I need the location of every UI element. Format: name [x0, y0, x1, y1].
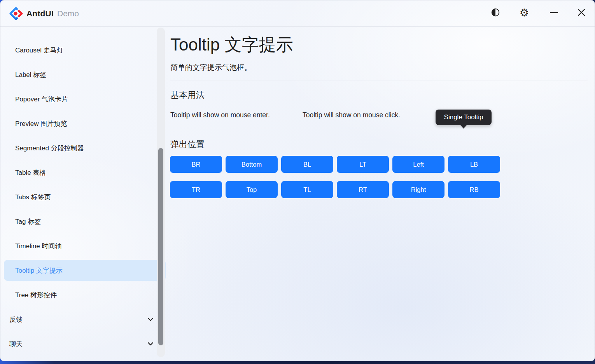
- sidebar-item-label: Tag 标签: [4, 217, 41, 226]
- tooltip-click-trigger-text[interactable]: Tooltip will show on mouse click.: [303, 111, 400, 119]
- sidebar-item-label: Preview 图片预览: [4, 119, 67, 128]
- position-button-lt[interactable]: LT: [337, 156, 389, 173]
- tooltip-text: Single Tooltip: [444, 113, 483, 121]
- sidebar-item-label: Carousel 走马灯: [4, 46, 63, 55]
- gear-icon: ⚙: [520, 7, 529, 18]
- sidebar-item-tree[interactable]: Tree 树形控件: [4, 284, 166, 305]
- app-title: AntdUI: [26, 9, 54, 18]
- sidebar-item-segmented[interactable]: Segmented 分段控制器: [4, 138, 166, 158]
- section-heading-basic-usage: 基本用法: [170, 89, 205, 101]
- position-button-rt[interactable]: RT: [337, 181, 389, 198]
- sidebar-group-feedback[interactable]: 反馈: [4, 309, 166, 330]
- sidebar-item-table[interactable]: Table 表格: [4, 162, 166, 183]
- theme-toggle-button[interactable]: [488, 5, 503, 20]
- main-content: Tooltip 文字提示 简单的文字提示气泡框。 基本用法 Tooltip wi…: [170, 27, 595, 361]
- position-button-br[interactable]: BR: [170, 156, 222, 173]
- position-button-tl[interactable]: TL: [281, 181, 333, 198]
- app-title-suffix: Demo: [57, 9, 79, 18]
- header-divider: [170, 80, 588, 80]
- sidebar-item-label: Tree 树形控件: [4, 291, 57, 300]
- sidebar-item-tag[interactable]: Tag 标签: [4, 211, 166, 232]
- position-button-rb[interactable]: RB: [448, 181, 500, 198]
- sidebar-item-label: Tabs 标签页: [4, 193, 51, 202]
- sidebar-item-label: Label 标签: [4, 70, 46, 79]
- sidebar-item-tabs[interactable]: Tabs 标签页: [4, 186, 166, 207]
- close-icon: [577, 8, 586, 17]
- single-tooltip-popup: Single Tooltip: [436, 110, 492, 125]
- sidebar-item-carousel[interactable]: Carousel 走马灯: [4, 40, 166, 61]
- titlebar: AntdUI Demo ⚙: [0, 0, 595, 27]
- sidebar-item-label[interactable]: Label 标签: [4, 64, 166, 85]
- sidebar-item-label: Segmented 分段控制器: [4, 144, 84, 153]
- sidebar-group-label: 聊天: [4, 340, 23, 348]
- page-subtitle: 简单的文字提示气泡框。: [170, 63, 252, 73]
- position-button-bottom[interactable]: Bottom: [226, 156, 278, 173]
- position-button-lb[interactable]: LB: [448, 156, 500, 173]
- sidebar-item-preview[interactable]: Preview 图片预览: [4, 113, 166, 134]
- chevron-down-icon: [146, 315, 155, 324]
- tooltip-arrow: [460, 125, 467, 129]
- minimize-icon: [550, 12, 558, 13]
- position-button-right[interactable]: Right: [392, 181, 444, 198]
- sidebar-item-tooltip[interactable]: Tooltip 文字提示: [4, 260, 166, 281]
- settings-button[interactable]: ⚙: [517, 5, 532, 20]
- minimize-button[interactable]: [546, 5, 561, 20]
- sidebar-item-timeline[interactable]: Timeline 时间轴: [4, 235, 166, 256]
- sidebar-item-popover[interactable]: Popover 气泡卡片: [4, 89, 166, 110]
- sidebar-group-chat[interactable]: 聊天: [4, 333, 166, 354]
- sidebar-item-label: Popover 气泡卡片: [4, 95, 68, 104]
- antdui-logo-icon: [9, 6, 23, 21]
- position-button-tr[interactable]: TR: [170, 181, 222, 198]
- sidebar-item-label: Tooltip 文字提示: [4, 266, 63, 275]
- section-heading-positions: 弹出位置: [170, 139, 205, 150]
- page-title: Tooltip 文字提示: [170, 33, 293, 56]
- tooltip-hover-trigger-text[interactable]: Tooltip will show on mouse enter.: [170, 111, 270, 119]
- app-window: AntdUI Demo ⚙ Carousel 走马灯 Label 标签 Popo…: [0, 0, 595, 361]
- position-button-left[interactable]: Left: [392, 156, 444, 173]
- theme-half-circle-icon: [491, 8, 500, 17]
- sidebar-item-label: Table 表格: [4, 168, 46, 177]
- close-button[interactable]: [574, 5, 589, 20]
- position-button-bl[interactable]: BL: [281, 156, 333, 173]
- position-buttons-grid: BR Bottom BL LT Left LB TR Top TL RT Rig…: [170, 156, 500, 198]
- sidebar-scrollbar-thumb[interactable]: [158, 148, 163, 345]
- sidebar: Carousel 走马灯 Label 标签 Popover 气泡卡片 Previ…: [0, 27, 168, 361]
- sidebar-menu: Carousel 走马灯 Label 标签 Popover 气泡卡片 Previ…: [0, 40, 168, 358]
- sidebar-group-label: 反馈: [4, 315, 23, 324]
- position-button-top[interactable]: Top: [226, 181, 278, 198]
- chevron-down-icon: [146, 340, 155, 348]
- sidebar-item-label: Timeline 时间轴: [4, 242, 61, 251]
